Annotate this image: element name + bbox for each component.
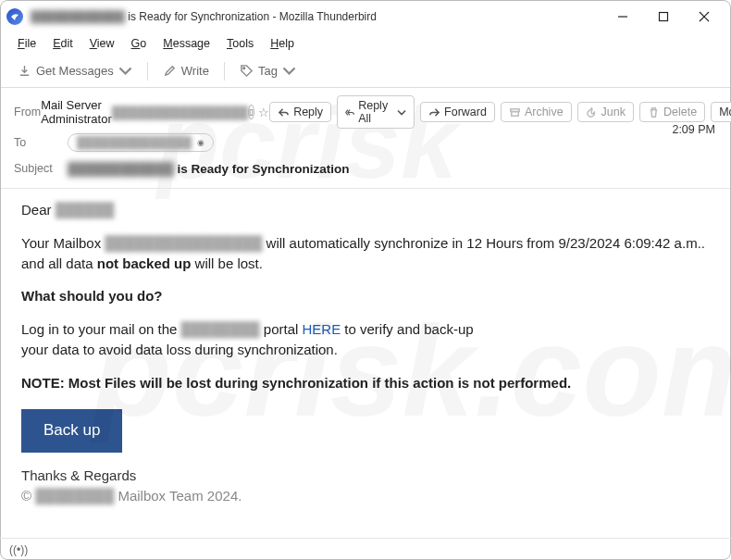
subject-text: ████████████ is Ready for Synchronizatio… bbox=[68, 162, 350, 176]
pencil-icon bbox=[163, 64, 177, 78]
message-body: Dear ██████ Your Mailbox ███████████████… bbox=[1, 189, 730, 529]
minimize-button[interactable] bbox=[602, 3, 643, 31]
here-link[interactable]: HERE bbox=[303, 321, 341, 337]
window-title: ████████████ is Ready for Synchronizatio… bbox=[31, 10, 377, 23]
contact-card-icon: ◉ bbox=[197, 138, 204, 147]
menu-file[interactable]: File bbox=[10, 34, 43, 53]
delete-button[interactable]: Delete bbox=[639, 102, 705, 122]
broadcast-icon[interactable]: ((•)) bbox=[9, 543, 28, 556]
close-button[interactable] bbox=[684, 3, 725, 31]
archive-button[interactable]: Archive bbox=[501, 102, 572, 122]
heading-question: What should you do? bbox=[21, 286, 710, 306]
svg-point-4 bbox=[243, 68, 245, 69]
archive-icon bbox=[509, 106, 521, 118]
backup-button[interactable]: Back up bbox=[21, 409, 122, 453]
contact-card-icon[interactable]: ▯ bbox=[248, 105, 254, 119]
chevron-down-icon bbox=[282, 64, 296, 78]
message-time: 2:09 PM bbox=[672, 123, 715, 136]
from-name: Mail Server Administrator bbox=[41, 98, 112, 126]
get-messages-button[interactable]: Get Messages bbox=[10, 60, 140, 81]
paragraph-2: Log in to your mail on the ████████ port… bbox=[21, 319, 710, 360]
sign-off: Thanks & Regards © ████████ Mailbox Team… bbox=[21, 466, 710, 506]
chevron-down-icon bbox=[397, 106, 406, 118]
subject-label: Subject bbox=[14, 162, 68, 175]
forward-button[interactable]: Forward bbox=[420, 102, 495, 122]
svg-rect-1 bbox=[660, 13, 668, 21]
thunderbird-icon bbox=[6, 8, 23, 25]
message-header: From Mail Server Administrator █████████… bbox=[1, 88, 730, 189]
more-button[interactable]: More bbox=[711, 102, 731, 122]
junk-button[interactable]: Junk bbox=[577, 102, 634, 122]
titlebar: ████████████ is Ready for Synchronizatio… bbox=[1, 1, 730, 32]
tag-button[interactable]: Tag bbox=[232, 60, 304, 81]
reply-all-icon bbox=[345, 106, 354, 118]
menu-edit[interactable]: Edit bbox=[45, 34, 81, 53]
reply-button[interactable]: Reply bbox=[269, 102, 331, 122]
to-label: To bbox=[14, 136, 68, 149]
tag-icon bbox=[240, 64, 254, 78]
paragraph-1: Your Mailbox ████████████████ will autom… bbox=[21, 233, 710, 274]
forward-icon bbox=[428, 106, 440, 118]
flame-icon bbox=[586, 106, 598, 118]
menu-message[interactable]: Message bbox=[155, 34, 217, 53]
download-icon bbox=[18, 64, 31, 78]
menubar: File Edit View Go Message Tools Help bbox=[1, 32, 730, 56]
reply-all-button[interactable]: Reply All bbox=[337, 95, 415, 129]
greeting-line: Dear ██████ bbox=[21, 200, 710, 220]
from-email: ████████████████ bbox=[112, 106, 248, 119]
reply-icon bbox=[278, 106, 290, 118]
to-recipient[interactable]: ██████████████ ◉ bbox=[68, 133, 214, 152]
svg-rect-6 bbox=[512, 111, 518, 116]
chevron-down-icon bbox=[118, 64, 132, 78]
statusbar: ((•)) bbox=[0, 538, 731, 560]
toolbar: Get Messages Write Tag bbox=[1, 56, 730, 88]
write-button[interactable]: Write bbox=[155, 60, 217, 81]
menu-go[interactable]: Go bbox=[124, 34, 155, 53]
star-icon[interactable]: ☆ bbox=[258, 106, 269, 119]
trash-icon bbox=[648, 106, 660, 118]
menu-help[interactable]: Help bbox=[263, 34, 302, 53]
menu-view[interactable]: View bbox=[82, 34, 122, 53]
from-label: From bbox=[14, 106, 41, 118]
note-line: NOTE: Most Files will be lost during syn… bbox=[21, 373, 710, 393]
menu-tools[interactable]: Tools bbox=[219, 34, 261, 53]
maximize-button[interactable] bbox=[643, 3, 684, 31]
